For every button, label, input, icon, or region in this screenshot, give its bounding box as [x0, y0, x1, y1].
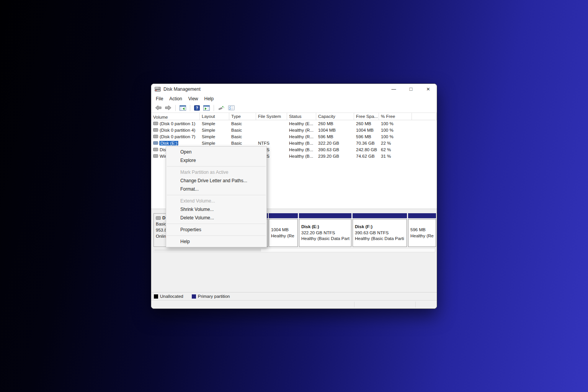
cell-status: Healthy (B...: [287, 147, 316, 152]
cell-pct-free: 100 %: [379, 121, 412, 126]
menu-item-shrink-volume[interactable]: Shrink Volume...: [166, 205, 266, 214]
column-header-file-system[interactable]: File System: [256, 113, 287, 120]
show-hide-console-tree-icon[interactable]: [179, 105, 187, 111]
volume-context-menu: Open Explore Mark Partition as Active Ch…: [166, 146, 267, 247]
cell-free-space: 1004 MB: [354, 128, 379, 132]
cell-layout: Simple: [200, 134, 229, 139]
primary-partition-swatch: [192, 294, 196, 299]
cell-layout: Simple: [200, 121, 229, 126]
cell-status: Healthy (R...: [287, 134, 316, 139]
column-header-status[interactable]: Status: [287, 113, 316, 120]
menu-separator: [167, 235, 266, 236]
partition-block-e[interactable]: Disk (E:) 322.20 GB NTFS Healthy (Basic …: [299, 213, 351, 247]
cell-type: Basic: [229, 141, 256, 145]
cell-free-space: 242.80 GB: [354, 147, 379, 152]
cell-status: Healthy (R...: [287, 128, 316, 132]
menu-separator: [167, 166, 266, 167]
menu-item-help[interactable]: Help: [166, 237, 266, 246]
column-header-filler: [412, 113, 437, 120]
checklist-icon[interactable]: [227, 105, 235, 111]
column-header-volume[interactable]: Volume: [151, 113, 200, 120]
partition-block[interactable]: 1004 MB Healthy (Re: [269, 213, 298, 247]
unallocated-swatch: [154, 294, 158, 299]
cell-type: Basic: [229, 134, 256, 139]
cell-status: Healthy (B...: [287, 154, 316, 158]
forward-icon[interactable]: [164, 105, 172, 111]
wand-icon[interactable]: [217, 105, 225, 111]
partition-title: Disk (E:): [301, 224, 349, 230]
desktop-background: Disk Management — □ ✕ File Action View H…: [0, 0, 588, 392]
horizontal-scrollbar[interactable]: [154, 248, 435, 252]
cell-pct-free: 100 %: [379, 128, 412, 132]
cell-free-space: 70.36 GB: [354, 141, 379, 145]
column-header-free-space[interactable]: Free Spa...: [354, 113, 379, 120]
list-header: Volume Layout Type File System Status Ca…: [151, 113, 437, 120]
cell-status: Healthy (E...: [287, 121, 316, 126]
menu-item-extend-volume: Extend Volume...: [166, 197, 266, 205]
volume-icon: [153, 135, 158, 138]
legend-bar: Unallocated Primary partition: [151, 292, 437, 300]
primary-partition-band: [299, 213, 351, 218]
minimize-button[interactable]: —: [385, 84, 402, 94]
table-row[interactable]: (Disk 0 partition 7) Simple Basic Health…: [151, 133, 437, 140]
cell-capacity: 239.20 GB: [316, 154, 354, 158]
volume-name: (Disk 0 partition 7): [160, 134, 195, 139]
menu-view[interactable]: View: [185, 95, 201, 103]
toolbar: ?: [151, 103, 437, 113]
menu-item-explore[interactable]: Explore: [166, 156, 266, 165]
partition-status: Healthy (Basic Data Part: [301, 236, 349, 242]
partition-title: Disk (F:): [355, 224, 405, 230]
column-header-layout[interactable]: Layout: [200, 113, 229, 120]
column-header-capacity[interactable]: Capacity: [316, 113, 354, 120]
partition-block[interactable]: 596 MB Healthy (Re: [408, 213, 436, 247]
partition-block-f[interactable]: Disk (F:) 390.63 GB NTFS Healthy (Basic …: [353, 213, 407, 247]
menu-help[interactable]: Help: [201, 95, 217, 103]
cell-pct-free: 62 %: [379, 147, 412, 152]
menu-item-mark-partition-active: Mark Partition as Active: [166, 168, 266, 176]
cell-pct-free: 22 %: [379, 141, 412, 145]
column-header-pct-free[interactable]: % Free: [379, 113, 412, 120]
cell-pct-free: 31 %: [379, 154, 412, 158]
menu-file[interactable]: File: [153, 95, 166, 103]
cell-layout: Simple: [200, 141, 229, 145]
toolbar-separator: [214, 105, 214, 111]
toolbar-separator: [175, 105, 176, 111]
table-row-selected[interactable]: Disk (E:) Simple Basic NTFS Healthy (B..…: [151, 140, 437, 146]
volume-icon: [153, 148, 158, 151]
scrollbar-thumb[interactable]: [154, 249, 261, 252]
menu-item-open[interactable]: Open: [166, 148, 266, 156]
disk-icon: [156, 216, 161, 220]
volume-name: Dis: [160, 147, 166, 152]
primary-partition-band: [408, 213, 436, 218]
cell-file-system: NTFS: [256, 141, 287, 145]
menu-item-delete-volume[interactable]: Delete Volume...: [166, 214, 266, 222]
cell-status: Healthy (B...: [287, 141, 316, 145]
menu-item-format[interactable]: Format...: [166, 185, 266, 193]
menu-item-change-drive-letter[interactable]: Change Drive Letter and Paths...: [166, 176, 266, 185]
partition-status: Healthy (Re: [410, 233, 434, 239]
volume-icon: [153, 141, 158, 145]
maximize-button[interactable]: □: [402, 84, 420, 94]
status-bar-divider: [354, 302, 354, 307]
help-icon[interactable]: ?: [193, 105, 201, 111]
back-icon[interactable]: [154, 105, 162, 111]
menu-bar: File Action View Help: [151, 94, 437, 103]
volume-icon: [153, 154, 158, 158]
table-row[interactable]: (Disk 0 partition 1) Simple Basic Health…: [151, 120, 437, 127]
volume-icon: [153, 128, 158, 132]
show-hide-action-pane-icon[interactable]: [203, 105, 211, 111]
volume-name: Disk (E:): [160, 141, 178, 145]
menu-separator: [167, 224, 266, 224]
toolbar-separator: [190, 105, 190, 111]
table-row[interactable]: (Disk 0 partition 4) Simple Basic Health…: [151, 127, 437, 133]
window-title: Disk Management: [163, 87, 385, 92]
close-button[interactable]: ✕: [420, 84, 437, 94]
cell-free-space: 260 MB: [354, 121, 379, 126]
menu-item-properties[interactable]: Properties: [166, 225, 266, 234]
cell-capacity: 322.20 GB: [316, 141, 354, 145]
menu-action[interactable]: Action: [166, 95, 185, 103]
svg-text:?: ?: [196, 106, 198, 110]
cell-type: Basic: [229, 121, 256, 126]
column-header-type[interactable]: Type: [229, 113, 256, 120]
title-bar[interactable]: Disk Management — □ ✕: [151, 84, 437, 94]
